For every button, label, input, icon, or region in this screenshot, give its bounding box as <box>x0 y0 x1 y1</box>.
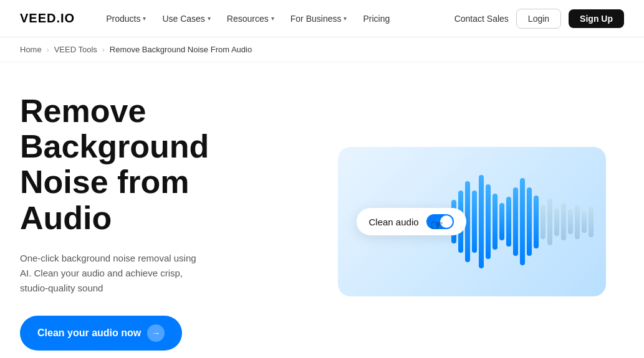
waveform-bar <box>493 194 497 250</box>
breadcrumb-separator-2: › <box>102 45 105 54</box>
breadcrumb-home[interactable]: Home <box>20 45 42 54</box>
clean-audio-label: Clean audio <box>369 217 419 227</box>
waveform-bar <box>479 175 484 268</box>
waveform-bar <box>534 195 539 248</box>
waveform-bar <box>499 203 504 240</box>
breadcrumb: Home › VEED Tools › Remove Background No… <box>0 37 644 62</box>
cursor-icon: ☞ <box>430 217 444 234</box>
waveform-bar <box>589 206 594 237</box>
nav-resources[interactable]: Resources ▾ <box>221 10 281 27</box>
waveform-bar <box>561 203 566 240</box>
clean-audio-badge: Clean audio <box>357 208 466 235</box>
waveform-bar <box>547 199 552 245</box>
waveform-bar <box>575 205 580 239</box>
nav-pricing[interactable]: Pricing <box>357 10 396 27</box>
audio-illustration: Clean audio ☞ <box>338 147 606 296</box>
cta-button[interactable]: Clean your audio now → <box>20 316 182 351</box>
waveform-visualization <box>445 172 594 271</box>
nav-links: Products ▾ Use Cases ▾ Resources ▾ For B… <box>100 10 454 27</box>
hero-content: Remove Background Noise from Audio One-c… <box>20 93 282 351</box>
nav-use-cases[interactable]: Use Cases ▾ <box>156 10 216 27</box>
breadcrumb-current: Remove Background Noise From Audio <box>110 45 252 54</box>
waveform-bar <box>582 211 587 233</box>
navbar: VEED.IO Products ▾ Use Cases ▾ Resources… <box>0 0 644 37</box>
waveform-bar <box>527 187 532 256</box>
hero-title: Remove Background Noise from Audio <box>20 93 282 236</box>
nav-products[interactable]: Products ▾ <box>100 10 152 27</box>
logo[interactable]: VEED.IO <box>20 11 75 26</box>
hero-visual: Clean audio ☞ <box>319 147 624 296</box>
hero-section: Remove Background Noise from Audio One-c… <box>0 62 644 358</box>
breadcrumb-tools[interactable]: VEED Tools <box>54 45 97 54</box>
waveform-bar <box>568 209 573 234</box>
waveform-bar <box>486 184 491 259</box>
login-button[interactable]: Login <box>516 9 561 29</box>
chevron-down-icon: ▾ <box>143 15 146 22</box>
contact-sales-link[interactable]: Contact Sales <box>454 14 509 24</box>
nav-for-business[interactable]: For Business ▾ <box>284 10 353 27</box>
signup-button[interactable]: Sign Up <box>569 9 624 28</box>
arrow-icon: → <box>147 324 165 342</box>
chevron-down-icon: ▾ <box>271 15 274 22</box>
waveform-bar <box>472 191 477 253</box>
waveform-bar <box>541 205 545 239</box>
chevron-down-icon: ▾ <box>208 15 211 22</box>
waveform-bar <box>554 208 559 236</box>
cta-label: Clean your audio now <box>37 327 141 339</box>
nav-right: Contact Sales Login Sign Up <box>454 9 624 29</box>
breadcrumb-separator: › <box>47 45 49 54</box>
hero-description: One-click background noise removal using… <box>20 251 207 296</box>
chevron-down-icon: ▾ <box>344 15 347 22</box>
waveform-bar <box>513 187 518 256</box>
waveform-bar <box>506 197 511 247</box>
waveform-bar <box>520 178 525 265</box>
